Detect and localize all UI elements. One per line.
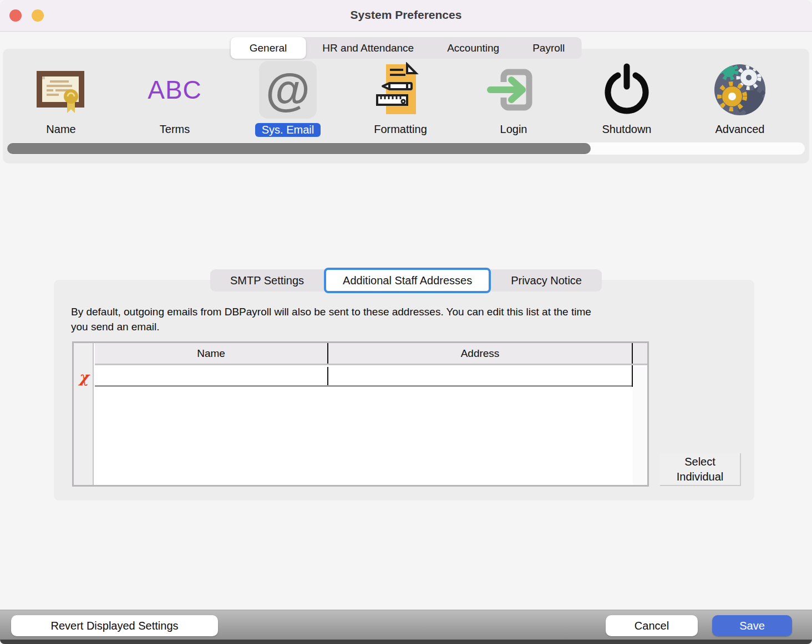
document-ruler-pencil-icon — [372, 61, 429, 119]
cancel-button[interactable]: Cancel — [606, 615, 698, 636]
gears-icon — [711, 61, 769, 119]
description-line-2: you send an email. — [71, 319, 737, 334]
toolbar-label-shutdown: Shutdown — [602, 123, 652, 136]
toolbar-item-sys-email[interactable]: @ Sys. Email — [231, 61, 344, 137]
select-individual-button[interactable]: Select Individual — [660, 453, 741, 486]
toolbar-label-terms: Terms — [160, 123, 190, 136]
tab-hr-and-attendance[interactable]: HR and Attendance — [306, 37, 430, 59]
tab-privacy-notice[interactable]: Privacy Notice — [491, 274, 602, 287]
toolbar-item-login[interactable]: Login — [457, 61, 570, 136]
table-header-row: Name Address — [95, 343, 647, 365]
toolbar-label-login: Login — [500, 123, 527, 136]
toolbar-scrollbar-thumb[interactable] — [7, 143, 591, 154]
tab-accounting[interactable]: Accounting — [430, 37, 516, 59]
toolbar-label-sys-email: Sys. Email — [255, 123, 321, 137]
title-bar: System Preferences — [0, 0, 812, 32]
window-bottom-edge — [0, 640, 812, 644]
toolbar-label-advanced: Advanced — [715, 123, 765, 136]
new-row-marker-icon[interactable]: χ — [74, 367, 94, 387]
table-edit-row — [95, 367, 632, 387]
power-icon — [598, 61, 656, 119]
cell-divider — [327, 367, 328, 385]
footer-bar: Revert Displayed Settings Cancel Save — [0, 610, 812, 640]
column-header-name: Name — [95, 343, 327, 364]
description-text: By default, outgoing emails from DBPayro… — [71, 304, 737, 334]
name-cell-input[interactable] — [95, 367, 327, 385]
toolbar-item-terms[interactable]: ABC Terms — [118, 61, 231, 136]
toolbar-item-formatting[interactable]: Formatting — [344, 61, 457, 136]
description-line-1: By default, outgoing emails from DBPayro… — [71, 304, 737, 319]
tab-additional-staff-addresses[interactable]: Additional Staff Addresses — [324, 268, 491, 293]
toolbar-item-name[interactable]: Name — [4, 61, 118, 136]
window-title: System Preferences — [0, 8, 812, 22]
tab-smtp-settings[interactable]: SMTP Settings — [210, 274, 324, 287]
email-tab-bar: SMTP Settings Additional Staff Addresses… — [210, 269, 602, 292]
revert-displayed-settings-button[interactable]: Revert Displayed Settings — [11, 615, 218, 636]
column-divider[interactable] — [632, 343, 633, 364]
column-header-address: Address — [328, 343, 632, 364]
preferences-toolbar: Name ABC Terms @ Sys. Email — [3, 49, 809, 163]
login-arrow-icon — [485, 61, 542, 119]
toolbar-item-shutdown[interactable]: Shutdown — [570, 61, 683, 136]
save-button[interactable]: Save — [712, 615, 792, 636]
table-scrollbar-track[interactable] — [633, 367, 647, 485]
toolbar-scrollbar-track[interactable] — [7, 142, 805, 155]
abc-icon: ABC — [146, 61, 204, 119]
table-row-selector-column — [74, 343, 94, 485]
toolbar-label-formatting: Formatting — [374, 123, 427, 136]
toolbar-item-advanced[interactable]: Advanced — [683, 61, 796, 136]
at-sign-icon: @ — [259, 61, 317, 119]
column-divider[interactable] — [327, 343, 328, 364]
top-tab-bar: General HR and Attendance Accounting Pay… — [231, 37, 582, 59]
address-cell-input[interactable] — [328, 367, 632, 385]
tab-general[interactable]: General — [231, 37, 306, 59]
certificate-icon — [32, 61, 90, 119]
staff-addresses-table: Name Address χ — [72, 341, 649, 487]
toolbar-label-name: Name — [46, 123, 75, 136]
tab-payroll[interactable]: Payroll — [516, 37, 581, 59]
